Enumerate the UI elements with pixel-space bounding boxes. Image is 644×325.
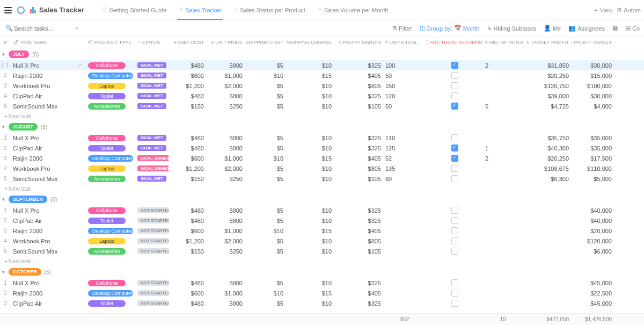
profit-cell[interactable]: $805 (334, 238, 383, 244)
task-name-cell[interactable]: Workbook Pro (11, 83, 86, 89)
task-name-cell[interactable]: ClipPad Air (11, 145, 86, 151)
hiding-subtasks-button[interactable]: ↳Hiding Subtasks (487, 25, 536, 32)
status-cell[interactable]: NOT STARTED (135, 228, 169, 234)
unit-price-cell[interactable]: $1,000 (206, 73, 245, 79)
units-cell[interactable]: 100 (383, 62, 426, 69)
status-cell[interactable]: GOAL MET (135, 62, 169, 68)
ship-charge-cell[interactable]: $10 (286, 83, 334, 89)
returns-cell[interactable] (426, 155, 483, 162)
returns-cell[interactable] (426, 237, 483, 244)
ship-charge-cell[interactable]: $15 (286, 155, 334, 162)
task-name-cell[interactable]: Null X Pro (11, 207, 86, 214)
profit-target-cell[interactable]: $40,000 (571, 207, 614, 214)
profit-target-cell[interactable]: $17,500 (571, 155, 614, 162)
status-cell[interactable]: GOAL UNMET (135, 165, 169, 171)
chevron-down-icon[interactable]: ▾ (2, 197, 9, 202)
product-cell[interactable]: Cellphone (86, 62, 135, 69)
table-row[interactable]: 5SonicSound MaxAccessoriesNOT STARTED$15… (0, 246, 644, 256)
returns-cell[interactable] (426, 145, 483, 151)
table-row[interactable]: 5SonicSound MaxAccessoriesGOAL MET$150$2… (0, 174, 644, 184)
profit-cell[interactable]: $325 (334, 218, 383, 224)
search-input[interactable] (4, 23, 79, 34)
row-checkbox[interactable] (2, 62, 3, 68)
status-cell[interactable]: NOT STARTED (135, 238, 169, 244)
table-row[interactable]: 5SonicSound MaxAccessoriesGOAL MET$150$2… (0, 101, 644, 111)
unit-price-cell[interactable]: $250 (206, 248, 245, 255)
profit-cell[interactable]: $105 (334, 103, 383, 110)
table-row[interactable]: 4Workbook ProLaptopGOAL UNMET$1,200$2,00… (0, 163, 644, 174)
ship-cost-cell[interactable]: $5 (245, 135, 286, 141)
header-ship-cost[interactable]: $SHIPPING COST (245, 40, 286, 45)
returns-checkbox[interactable] (451, 62, 458, 69)
returns-checkbox[interactable] (451, 82, 458, 89)
new-task-button[interactable]: + New task (0, 256, 644, 266)
automate-button[interactable]: ⚙Autom (617, 6, 641, 13)
ship-cost-cell[interactable]: $5 (245, 300, 286, 307)
status-cell[interactable]: GOAL MET (135, 83, 169, 89)
ship-cost-cell[interactable]: $5 (245, 176, 286, 182)
ship-charge-cell[interactable]: $10 (286, 145, 334, 151)
status-cell[interactable]: GOAL MET (135, 145, 169, 151)
ship-charge-cell[interactable]: $15 (286, 228, 334, 234)
profit-cell[interactable]: $405 (334, 155, 383, 162)
profit-cell[interactable]: $405 (334, 73, 383, 79)
header-ship-charge[interactable]: $SHIPPING CHARGE (286, 40, 334, 45)
unit-cost-cell[interactable]: $480 (169, 218, 206, 224)
no-returns-cell[interactable]: 1 (483, 145, 523, 151)
units-cell[interactable]: 60 (383, 176, 426, 182)
header-target-profit[interactable]: $TARGET PROFIT (523, 40, 571, 45)
unit-cost-cell[interactable]: $1,200 (169, 238, 206, 244)
ship-charge-cell[interactable]: $10 (286, 218, 334, 224)
table-row[interactable]: 4Workbook ProLaptopNOT STARTED$1,200$2,0… (0, 236, 644, 246)
task-name-cell[interactable]: SonicSound Max (11, 176, 86, 182)
units-cell[interactable]: 50 (383, 103, 426, 110)
unit-price-cell[interactable]: $800 (206, 93, 245, 99)
hamburger-icon[interactable] (3, 5, 13, 15)
table-row[interactable]: 1Null X ProCellphoneNOT STARTED$480$800$… (0, 278, 644, 288)
ship-cost-cell[interactable]: $10 (245, 73, 286, 79)
ship-cost-cell[interactable]: $5 (245, 218, 286, 224)
status-cell[interactable]: GOAL MET (135, 93, 169, 99)
returns-checkbox[interactable] (451, 72, 458, 79)
profit-target-cell[interactable]: $35,000 (571, 145, 614, 151)
no-returns-cell[interactable]: 2 (483, 62, 523, 69)
ship-charge-cell[interactable]: $10 (286, 103, 334, 110)
unit-cost-cell[interactable]: $150 (169, 176, 206, 182)
status-cell[interactable]: GOAL MET (135, 135, 169, 141)
ship-cost-cell[interactable]: $5 (245, 145, 286, 151)
returns-cell[interactable] (426, 165, 483, 172)
unit-price-cell[interactable]: $1,000 (206, 228, 245, 234)
status-cell[interactable]: NOT STARTED (135, 207, 169, 213)
profit-cell[interactable]: $105 (334, 248, 383, 255)
status-cell[interactable]: NOT STARTED (135, 290, 169, 296)
target-profit-cell[interactable]: $108,675 (523, 165, 571, 172)
returns-cell[interactable] (426, 62, 483, 69)
returns-checkbox[interactable] (451, 279, 458, 286)
units-cell[interactable]: 120 (383, 93, 426, 99)
header-returns[interactable]: ☐ARE THERE RETURNS? (426, 40, 483, 45)
returns-cell[interactable] (426, 72, 483, 79)
ship-charge-cell[interactable]: $10 (286, 93, 334, 99)
returns-cell[interactable] (426, 290, 483, 297)
returns-checkbox[interactable] (451, 134, 458, 141)
profit-target-cell[interactable]: $35,000 (571, 135, 614, 141)
returns-checkbox[interactable] (451, 290, 458, 297)
unit-cost-cell[interactable]: $480 (169, 300, 206, 307)
ship-charge-cell[interactable]: $10 (286, 135, 334, 141)
target-profit-cell[interactable]: $120,750 (523, 83, 571, 89)
units-cell[interactable]: 150 (383, 83, 426, 89)
group-header-august[interactable]: ▾AUGUST(5) (0, 121, 644, 133)
table-row[interactable]: 1Null X ProCellphoneGOAL MET$480$800$5$1… (0, 133, 644, 143)
unit-price-cell[interactable]: $800 (206, 280, 245, 286)
returns-cell[interactable] (426, 103, 483, 110)
chevron-down-icon[interactable]: ▾ (76, 26, 78, 31)
unit-price-cell[interactable]: $800 (206, 145, 245, 151)
ship-charge-cell[interactable]: $10 (286, 207, 334, 214)
status-cell[interactable]: GOAL MET (135, 176, 169, 182)
returns-cell[interactable] (426, 175, 483, 182)
returns-checkbox[interactable] (451, 165, 458, 172)
filter-button[interactable]: ⚗Filter (392, 25, 412, 32)
target-profit-cell[interactable]: $40,300 (523, 145, 571, 151)
profit-cell[interactable]: $805 (334, 83, 383, 89)
task-name-cell[interactable]: Raijin 2000 (11, 228, 86, 234)
